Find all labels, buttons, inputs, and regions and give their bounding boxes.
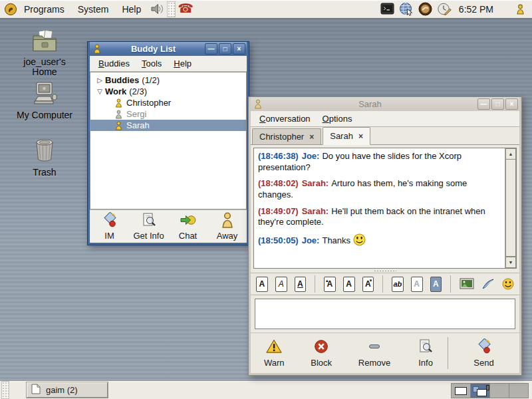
away-button-label: Away (217, 231, 238, 241)
format-underline-button[interactable]: A (295, 277, 307, 292)
remove-button-label: Remove (358, 358, 390, 368)
insert-image-button[interactable] (460, 277, 474, 291)
chat-log[interactable]: (18:46:38)Joe:Do you have the slides for… (254, 148, 505, 268)
chat-button[interactable]: Chat (168, 210, 207, 243)
desktop-icon-trash[interactable]: Trash (13, 137, 76, 178)
expander-collapsed-icon[interactable]: ▷ (94, 76, 105, 84)
close-button[interactable]: × (233, 43, 245, 55)
chat-log-container: (18:46:38)Joe:Do you have the slides for… (253, 148, 517, 269)
message-sender: Joe: (302, 235, 320, 245)
buddy-name: Sarah (126, 120, 150, 130)
menu-help[interactable]: Help (115, 1, 148, 17)
clock-applet-icon[interactable] (437, 2, 452, 16)
info-button-label: Info (418, 358, 433, 368)
task-button-label: gaim (2) (46, 385, 78, 395)
message-time: (18:49:07) (258, 206, 299, 216)
im-button[interactable]: IM (90, 210, 129, 243)
chat-scrollbar[interactable]: ▲ ▼ (505, 148, 516, 268)
info-button[interactable]: Info (413, 336, 438, 370)
minimize-button[interactable]: — (477, 98, 490, 110)
group-count: (2/3) (129, 86, 147, 96)
message-text: Thanks (322, 235, 350, 245)
menu-buddies[interactable]: Buddies (92, 57, 136, 70)
menu-tools[interactable]: Tools (136, 57, 168, 70)
volume-icon[interactable] (150, 3, 165, 15)
format-italic-button[interactable]: A (275, 277, 287, 292)
desktop-icon-computer[interactable]: My Computer (13, 81, 76, 120)
tab-close-icon[interactable]: × (358, 132, 363, 141)
format-foreground-color-button[interactable]: A (411, 277, 423, 292)
warn-button[interactable]: Warn (260, 336, 289, 370)
buddy-row-sergi[interactable]: Sergi (90, 108, 246, 120)
applet-handle[interactable] (167, 1, 176, 17)
phone-applet-icon[interactable]: ☎ (178, 2, 194, 15)
format-bold-button[interactable]: A (256, 277, 268, 292)
workspace-3[interactable] (490, 384, 509, 398)
format-font-face-button[interactable]: ab (392, 277, 404, 292)
menu-conversation[interactable]: Conversation (253, 112, 317, 125)
menu-system[interactable]: System (71, 1, 116, 17)
message-input[interactable] (255, 299, 515, 329)
away-button[interactable]: Away (207, 210, 247, 243)
remove-button[interactable]: Remove (354, 336, 394, 370)
workspace-4[interactable] (509, 384, 528, 398)
chat-message: (18:48:02)Sarah:Arturo has them, he's ma… (258, 178, 501, 200)
block-icon (313, 338, 330, 356)
insert-smiley-button[interactable] (502, 277, 514, 291)
buddy-list-titlebar[interactable]: Buddy List — □ × (90, 42, 247, 56)
format-font-normal-button[interactable]: A (343, 277, 355, 292)
workspace-2-active[interactable] (471, 384, 490, 398)
workspace-1[interactable] (452, 384, 471, 398)
block-button[interactable]: Block (307, 336, 336, 370)
tab-sarah[interactable]: Sarah × (323, 127, 370, 145)
gnome-menu-icon[interactable] (4, 3, 17, 16)
insert-link-button[interactable] (481, 277, 495, 291)
chat-window-titlebar[interactable]: Sarah — □ × (251, 97, 519, 111)
gaim-tray-icon[interactable] (515, 4, 525, 15)
send-button[interactable]: Send (469, 336, 497, 370)
round-emblem-launcher-icon[interactable] (418, 2, 432, 16)
web-browser-launcher-icon[interactable] (399, 2, 414, 16)
clock-text[interactable]: 6:52 PM (459, 4, 493, 15)
desktop-icon-home[interactable]: joe_user's Home (13, 29, 76, 78)
send-button-label: Send (473, 358, 493, 368)
format-font-smaller-button[interactable]: ▾A (362, 277, 374, 292)
message-time: (18:48:02) (258, 178, 299, 188)
toolbar-separator (315, 275, 315, 293)
chat-message: (18:49:07)Sarah:He'll put them back on t… (258, 206, 501, 228)
tab-close-icon[interactable]: × (309, 132, 314, 142)
menu-options[interactable]: Options (317, 112, 358, 125)
computer-icon (30, 98, 59, 108)
buddy-group-work[interactable]: ▽ Work (2/3) (90, 86, 246, 97)
message-time: (18:50:05) (258, 235, 299, 245)
scroll-down-icon[interactable]: ▼ (505, 257, 516, 268)
gaim-window-icon (92, 44, 102, 54)
maximize-button[interactable]: □ (491, 98, 504, 110)
format-font-larger-button[interactable]: ▴A (324, 277, 336, 292)
format-background-color-button[interactable]: A (430, 277, 442, 292)
message-sender: Joe: (302, 151, 320, 161)
scroll-up-icon[interactable]: ▲ (505, 148, 516, 160)
task-button-gaim[interactable]: gaim (2) (27, 382, 108, 398)
workspace-switcher (451, 383, 529, 398)
get-info-button-label: Get Info (133, 231, 164, 241)
formatting-toolbar: A A A ▴A A ▾A ab A A (251, 273, 519, 295)
maximize-button[interactable]: □ (219, 43, 231, 55)
tasklist-handle[interactable] (1, 381, 9, 399)
im-button-label: IM (104, 231, 114, 241)
buddy-row-sarah[interactable]: Sarah (90, 120, 246, 131)
home-folder-icon (31, 45, 59, 55)
close-button[interactable]: × (505, 98, 518, 110)
tab-christopher[interactable]: Christopher × (252, 128, 321, 144)
minimize-button[interactable]: — (205, 43, 217, 55)
menu-programs[interactable]: Programs (17, 1, 71, 17)
get-info-button[interactable]: Get Info (129, 210, 168, 243)
top-panel-tray: 6:52 PM (380, 2, 532, 16)
scrollbar-thumb[interactable] (505, 159, 516, 257)
warn-button-label: Warn (264, 358, 285, 368)
expander-expanded-icon[interactable]: ▽ (94, 88, 105, 95)
menu-help[interactable]: Help (168, 57, 198, 70)
buddy-row-christopher[interactable]: Christopher (90, 97, 246, 108)
terminal-launcher-icon[interactable] (380, 3, 394, 15)
buddy-group-buddies[interactable]: ▷ Buddies (1/2) (90, 74, 246, 86)
